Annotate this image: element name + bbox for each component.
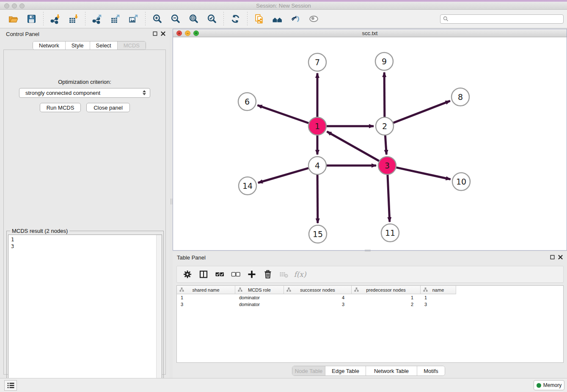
dropdown-spinner-icon bbox=[143, 90, 146, 95]
node-label: 15 bbox=[313, 229, 323, 239]
zoom-fit-button[interactable] bbox=[188, 13, 199, 25]
column-header-shared-name[interactable]: shared name bbox=[177, 286, 235, 294]
save-session-button[interactable] bbox=[26, 13, 37, 25]
show-style-button[interactable] bbox=[290, 13, 301, 25]
apply-preferred-layout-button[interactable] bbox=[230, 13, 241, 25]
toolbar-separator bbox=[43, 12, 44, 26]
mcds-result-textarea[interactable]: 1 3 bbox=[8, 235, 162, 390]
import-network-button[interactable] bbox=[50, 13, 61, 25]
tab-style[interactable]: Style bbox=[66, 41, 90, 50]
horizontal-splitter-grip[interactable] bbox=[365, 250, 371, 251]
tab-network-table[interactable]: Network Table bbox=[366, 366, 417, 375]
node-8[interactable]: 8 bbox=[451, 88, 469, 106]
node-15[interactable]: 15 bbox=[309, 225, 327, 243]
show-hide-panels-button[interactable] bbox=[4, 380, 17, 391]
close-panel-icon[interactable] bbox=[161, 31, 165, 36]
memory-button[interactable]: Memory bbox=[534, 380, 564, 390]
float-panel-icon[interactable] bbox=[153, 31, 157, 36]
node-label: 14 bbox=[242, 181, 253, 190]
table-settings-button[interactable] bbox=[181, 268, 194, 281]
toolbar-separator bbox=[85, 12, 85, 26]
network-graph[interactable]: 7968124314101511 bbox=[173, 37, 567, 251]
table-cell[interactable]: 2 bbox=[352, 301, 421, 308]
node-6[interactable]: 6 bbox=[238, 93, 256, 110]
edge-2-8[interactable] bbox=[394, 101, 450, 123]
tab-motifs[interactable]: Motifs bbox=[417, 366, 445, 375]
search-box[interactable] bbox=[440, 14, 564, 24]
import-table-button[interactable] bbox=[68, 13, 79, 25]
edge-2-9[interactable] bbox=[384, 72, 385, 117]
table-cell[interactable]: 3 bbox=[421, 301, 456, 308]
optimization-criterion-dropdown[interactable]: strongly connected component bbox=[19, 88, 150, 98]
node-2[interactable]: 2 bbox=[376, 117, 394, 135]
zoom-out-icon bbox=[170, 14, 181, 24]
table-panel-title: Table Panel bbox=[177, 254, 206, 261]
table-cell[interactable]: dominator bbox=[235, 301, 284, 308]
trash-icon bbox=[263, 269, 273, 279]
show-all-columns-button[interactable] bbox=[213, 268, 226, 281]
tab-select[interactable]: Select bbox=[90, 41, 118, 50]
edge-1-6[interactable] bbox=[258, 105, 309, 123]
sort-column-icon bbox=[238, 287, 242, 292]
network-window-titlebar[interactable]: × − + scc.txt bbox=[173, 29, 567, 37]
tab-network[interactable]: Network bbox=[33, 41, 66, 50]
export-image-button[interactable] bbox=[128, 13, 139, 25]
toggle-column-display-button[interactable] bbox=[197, 268, 210, 281]
open-session-button[interactable] bbox=[8, 13, 19, 25]
table-cell[interactable]: 4 bbox=[284, 294, 352, 301]
new-network-from-selection-button[interactable] bbox=[253, 13, 265, 25]
node-label: 6 bbox=[245, 97, 250, 106]
hide-all-columns-button[interactable] bbox=[229, 268, 242, 281]
close-panel-icon[interactable] bbox=[558, 255, 563, 259]
zoom-out-button[interactable] bbox=[170, 13, 181, 25]
table-cell[interactable]: 3 bbox=[284, 301, 352, 308]
node-9[interactable]: 9 bbox=[375, 52, 393, 70]
close-panel-button[interactable]: Close panel bbox=[86, 103, 130, 112]
export-network-button[interactable] bbox=[91, 13, 103, 25]
edge-4-14[interactable] bbox=[258, 168, 308, 183]
function-builder-button: f(x) bbox=[294, 268, 306, 281]
export-table-button[interactable] bbox=[110, 13, 121, 25]
zoom-selected-button[interactable] bbox=[206, 13, 217, 25]
column-header-MCDS-role[interactable]: MCDS role bbox=[235, 286, 284, 294]
edge-4-15[interactable] bbox=[317, 175, 318, 223]
node-1[interactable]: 1 bbox=[308, 117, 326, 135]
vertical-splitter-grip[interactable] bbox=[171, 199, 172, 204]
tab-edge-table[interactable]: Edge Table bbox=[325, 366, 366, 375]
add-column-button[interactable] bbox=[245, 268, 258, 281]
toggle-graphics-details-button[interactable] bbox=[308, 13, 319, 25]
edge-3-1[interactable] bbox=[327, 132, 379, 161]
column-header-name[interactable]: name bbox=[421, 286, 456, 294]
table-cell[interactable]: 1 bbox=[177, 294, 235, 301]
node-10[interactable]: 10 bbox=[452, 173, 470, 190]
first-neighbors-button[interactable] bbox=[272, 13, 283, 25]
edge-2-3[interactable] bbox=[385, 135, 386, 155]
table-cell[interactable]: dominator bbox=[235, 294, 284, 301]
network-window-title: scc.txt bbox=[173, 30, 567, 36]
table-cell[interactable]: 1 bbox=[421, 294, 456, 301]
tab-node-table[interactable]: Node Table bbox=[292, 366, 325, 375]
run-mcds-button[interactable]: Run MCDS bbox=[40, 103, 81, 112]
node-4[interactable]: 4 bbox=[308, 157, 326, 174]
node-11[interactable]: 11 bbox=[381, 224, 399, 242]
table-row[interactable]: 3dominator323 bbox=[177, 301, 563, 308]
network-canvas[interactable]: 7968124314101511 bbox=[173, 37, 567, 250]
float-panel-icon[interactable] bbox=[550, 255, 555, 259]
node-3[interactable]: 3 bbox=[378, 157, 396, 174]
column-header-predecessor-nodes[interactable]: predecessor nodes bbox=[352, 286, 421, 294]
table-cell[interactable]: 3 bbox=[177, 301, 235, 308]
table-row[interactable]: 1dominator411 bbox=[177, 294, 563, 301]
tab-mcds[interactable]: MCDS bbox=[118, 41, 146, 50]
edge-3-10[interactable] bbox=[396, 168, 450, 179]
node-7[interactable]: 7 bbox=[308, 53, 326, 71]
result-scrollbar[interactable] bbox=[156, 235, 162, 389]
node-label: 3 bbox=[385, 161, 390, 170]
delete-columns-button[interactable] bbox=[261, 268, 274, 281]
zoom-fit-icon bbox=[188, 14, 199, 24]
column-header-successor-nodes[interactable]: successor nodes bbox=[284, 286, 352, 294]
table-cell[interactable]: 1 bbox=[352, 294, 421, 301]
zoom-in-button[interactable] bbox=[151, 13, 163, 25]
search-input[interactable] bbox=[450, 16, 561, 22]
edge-3-11[interactable] bbox=[388, 175, 390, 222]
node-14[interactable]: 14 bbox=[239, 177, 256, 195]
